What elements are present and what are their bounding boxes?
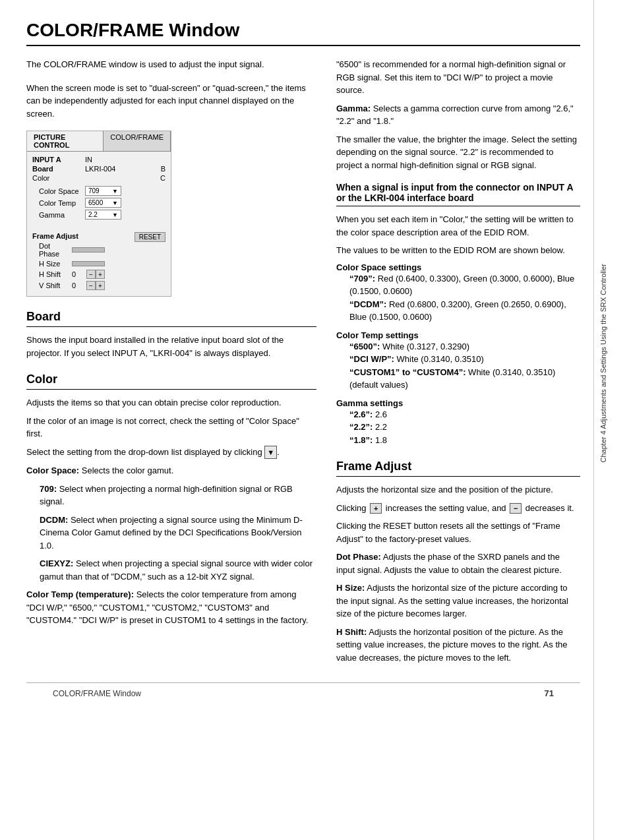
right-column: "6500" is recommended for a normal high-… [336, 58, 580, 669]
connector-dciw-label: “DCI W/P”: [349, 354, 394, 364]
ss-gamma-row: Gamma 2.2 ▼ [39, 210, 165, 220]
frame-adjust-p2-mid: increases the setting value, and [386, 503, 506, 513]
ss-vshift-controls: − + [86, 281, 105, 290]
connector-section-title: When a signal is input from the connecto… [336, 182, 580, 206]
intro-p2: When the screen mode is set to "dual-scr… [26, 82, 316, 121]
connector-709-item: “709”: Red (0.6400, 0.3300), Green (0.30… [349, 272, 580, 298]
ss-vshift-value: 0 [72, 282, 85, 289]
color-space-text: Selects the color gamut. [82, 465, 173, 475]
gamma-18-item: “1.8”: 1.8 [349, 434, 580, 447]
dropdown-arrow-icon: ▼ [264, 446, 277, 460]
ss-colortemp-dropdown[interactable]: 6500 ▼ [85, 198, 121, 208]
color-space-term: Color Space: [26, 465, 79, 475]
ss-hshift-minus[interactable]: − [86, 270, 96, 279]
page: COLOR/FRAME Window The COLOR/FRAME windo… [0, 0, 629, 840]
board-section-title: Board [26, 310, 316, 327]
ss-hshift-value: 0 [72, 270, 85, 278]
ss-colorspace-arrow: ▼ [112, 188, 118, 195]
connector-p1: When you set each item in "Color," the s… [336, 213, 580, 239]
color-space-heading: Color Space: Selects the color gamut. [26, 464, 316, 477]
tab-picture-control: PICTURE CONTROL [27, 131, 104, 151]
ss-input-row: INPUT A IN [32, 156, 165, 164]
ss-hshift-controls: − + [86, 270, 105, 279]
color-dcdm-text: Select when projecting a signal source u… [40, 515, 303, 551]
color-space-settings-title: Color Space settings [336, 262, 580, 272]
h-shift-text: Adjusts the horizontal position of the p… [336, 627, 567, 663]
footer-left: COLOR/FRAME Window [53, 689, 141, 698]
color-dcdm-label: DCDM: [40, 515, 68, 525]
gamma-settings-group: Gamma settings “2.6”: 2.6 “2.2”: 2.2 “1.… [336, 398, 580, 447]
ss-colortemp-label: Color Temp [39, 199, 85, 207]
gamma-22-item: “2.2”: 2.2 [349, 421, 580, 434]
ss-hshift-plus[interactable]: + [96, 270, 105, 279]
connector-dcdm-item: “DCDM”: Red (0.6800, 0.3200), Green (0.2… [349, 298, 580, 324]
right-sidebar: Chapter 4 Adjustments and Settings Using… [593, 0, 612, 840]
ss-dotphase-track [72, 247, 105, 253]
frame-adjust-p3: Clicking the RESET button resets all the… [336, 520, 580, 545]
ss-reset-button[interactable]: RESET [135, 232, 165, 242]
ss-input-label: INPUT A [32, 156, 85, 164]
footer: COLOR/FRAME Window 71 [26, 682, 580, 704]
dot-phase-term: Dot Phase: [336, 552, 381, 562]
gamma-18-value: 1.8 [375, 435, 387, 445]
two-column-layout: The COLOR/FRAME window is used to adjust… [26, 58, 580, 669]
color-709-label: 709: [40, 484, 57, 494]
h-shift-term: H Shift: [336, 627, 367, 637]
connector-6500-label: “6500”: [349, 342, 380, 351]
ss-board-row: Board LKRI-004 B [32, 165, 165, 173]
color-temp-extra: "6500" is recommended for a normal high-… [336, 58, 580, 97]
gamma-text: Selects a gamma correction curve from am… [336, 104, 574, 127]
ss-hshift-label: H Shift [39, 270, 72, 278]
ss-gamma-arrow: ▼ [112, 212, 118, 218]
color-temp-settings-group: Color Temp settings “6500”: White (0.312… [336, 330, 580, 392]
gamma-term: Gamma: [336, 104, 371, 113]
ss-vshift-row: V Shift 0 − + [39, 281, 165, 290]
connector-dciw-value: White (0.3140, 0.3510) [397, 354, 484, 364]
color-p1: Adjusts the items so that you can obtain… [26, 396, 316, 409]
ss-colortemp-row: Color Temp 6500 ▼ [39, 198, 165, 208]
ss-hshift-row: H Shift 0 − + [39, 270, 165, 279]
connector-709-value: Red (0.6400, 0.3300), Green (0.3000, 0.6… [349, 274, 574, 297]
ss-board-label: Board [32, 165, 85, 173]
ss-board-right: B [161, 165, 165, 173]
color-temp-heading: Color Temp (temperature): Selects the co… [26, 588, 316, 627]
gamma-22-value: 2.2 [375, 422, 387, 432]
h-size-heading: H Size: Adjusts the horizontal size of t… [336, 582, 580, 620]
frame-adjust-p1: Adjusts the horizontal size and the posi… [336, 483, 580, 496]
h-size-text: Adjusts the horizontal size of the pictu… [336, 583, 568, 618]
ss-dotphase-label: Dot Phase [39, 242, 72, 258]
connector-dciw-item: “DCI W/P”: White (0.3140, 0.3510) [349, 353, 580, 366]
ss-gamma-dropdown[interactable]: 2.2 ▼ [85, 210, 121, 220]
color-section-title: Color [26, 373, 316, 390]
left-column: The COLOR/FRAME window is used to adjust… [26, 58, 316, 669]
main-content: COLOR/FRAME Window The COLOR/FRAME windo… [0, 0, 593, 840]
ss-hsize-label: H Size [39, 260, 72, 268]
gamma-p2: The smaller the value, the brighter the … [336, 133, 580, 172]
color-temp-term: Color Temp (temperature): [26, 589, 134, 599]
frame-adjust-p2: Clicking + increases the setting value, … [336, 502, 580, 515]
color-dcdm-item: DCDM: Select when projecting a signal so… [40, 514, 316, 553]
connector-custom-item: “CUSTOM1” to “CUSTOM4”: White (0.3140, 0… [349, 366, 580, 392]
intro-p1: The COLOR/FRAME window is used to adjust… [26, 58, 316, 71]
connector-6500-item: “6500”: White (0.3127, 0.3290) [349, 340, 580, 353]
tab-color-frame: COLOR/FRAME [104, 131, 171, 151]
minus-button-icon[interactable]: − [510, 503, 522, 514]
h-size-term: H Size: [336, 583, 365, 593]
screenshot-body: INPUT A IN Board LKRI-004 B Color C [27, 152, 171, 296]
ss-vshift-plus[interactable]: + [96, 281, 105, 290]
ss-colortemp-value: 6500 [88, 199, 103, 206]
connector-p2: The values to be written to the EDID ROM… [336, 244, 580, 257]
plus-button-icon[interactable]: + [370, 503, 382, 514]
ss-color-right: C [160, 174, 165, 182]
ss-colorspace-label: Color Space [39, 187, 85, 195]
ss-color-row: Color C [32, 174, 165, 182]
ss-gamma-label: Gamma [39, 211, 85, 219]
ss-vshift-minus[interactable]: − [86, 281, 96, 290]
board-section-text: Shows the input board installed in the r… [26, 334, 316, 359]
connector-6500-value: White (0.3127, 0.3290) [382, 342, 469, 351]
page-title: COLOR/FRAME Window [26, 20, 580, 46]
ss-colorspace-dropdown[interactable]: 709 ▼ [85, 186, 121, 196]
ss-board-value: LKRI-004 [85, 165, 115, 173]
screenshot-box: PICTURE CONTROL COLOR/FRAME INPUT A IN B… [26, 131, 171, 297]
page-number: 71 [545, 688, 554, 698]
